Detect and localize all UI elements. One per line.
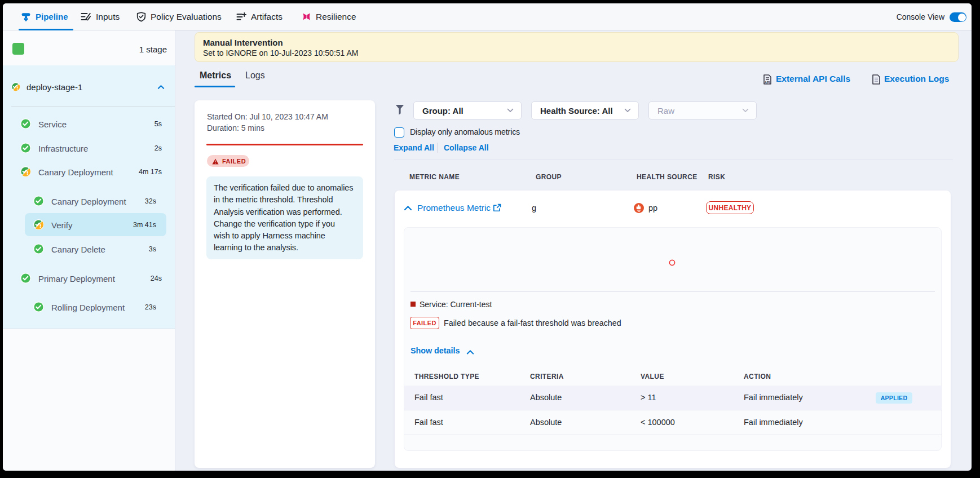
svg-text:API: API bbox=[765, 81, 770, 84]
